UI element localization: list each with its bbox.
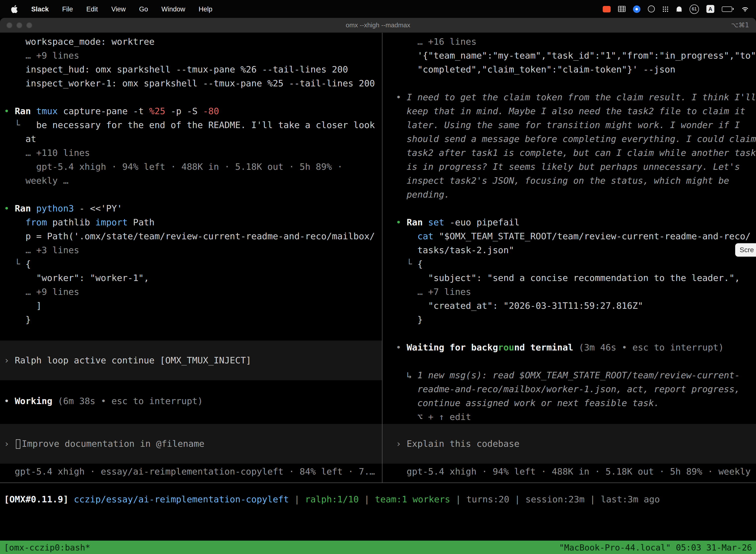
menu-bar-status: 61 A xyxy=(603,4,756,14)
close-button[interactable] xyxy=(6,22,12,28)
grid-icon[interactable] xyxy=(618,6,626,12)
right-input-line-wrap: › Explain this codebase xyxy=(396,437,520,451)
battery-percentage-badge[interactable]: 61 xyxy=(690,4,699,14)
terminal-line: › Ralph loop active continue [OMX_TMUX_I… xyxy=(4,353,251,367)
terminal-line: "created_at": "2026-03-31T11:59:27.816Z" xyxy=(396,299,756,313)
spacer xyxy=(4,408,382,424)
terminal-line: gpt-5.4 xhigh · 94% left · 488K in · 5.1… xyxy=(4,160,382,174)
terminal-line: ↳ 1 new msg(s): read $OMX_TEAM_STATE_ROO… xyxy=(396,368,756,382)
terminal-line: should send a message before completing … xyxy=(396,132,756,146)
terminal-line: '{"team_name":"my-team","task_id":"1","f… xyxy=(396,49,756,63)
menu-window[interactable]: Window xyxy=(162,5,185,13)
terminal-line: continue assigned work or next feasible … xyxy=(396,396,756,410)
terminal-line: cat "$OMX_TEAM_STATE_ROOT/team/review-cu… xyxy=(396,229,756,243)
menu-file[interactable]: File xyxy=(62,5,73,13)
terminal-line: keep that in mind. Maybe I also need the… xyxy=(396,104,756,118)
right-input-band[interactable]: › Explain this codebase xyxy=(382,424,756,464)
text-cursor xyxy=(16,439,20,449)
right-pane[interactable]: … +16 lines '{"team_name":"my-team","tas… xyxy=(382,33,756,483)
menu-view[interactable]: View xyxy=(111,5,126,13)
terminal-line: tasks/task-2.json" xyxy=(396,243,756,257)
desktop: Slack FileEditViewGoWindowHelp 61 A xyxy=(0,0,756,554)
tmux-host-time: "MacBook-Pro-44.local" 05:03 31-Mar-26 xyxy=(559,542,752,552)
terminal-line: pending. xyxy=(396,188,756,202)
terminal-line: ⌥ + ↑ edit xyxy=(396,410,756,424)
window-title: omx --xhigh --madmax xyxy=(0,18,756,33)
menu-go[interactable]: Go xyxy=(139,5,148,13)
spacer xyxy=(4,327,382,340)
terminal-line xyxy=(396,76,756,90)
screen-recording-stop-icon[interactable] xyxy=(603,6,611,12)
left-input-line: › Improve documentation in @filename xyxy=(4,437,204,451)
terminal-line: gpt-5.4 xhigh · essay/ai-reimplementatio… xyxy=(4,465,382,479)
tmux-session-name: [omx-cczip0:bash* xyxy=(4,542,90,552)
terminal-line: "completed","claim_token":"claim-token"}… xyxy=(396,63,756,76)
terminal-line: weekly … xyxy=(4,174,382,188)
terminal: workspace_mode: worktree … +9 lines insp… xyxy=(0,33,756,483)
terminal-line xyxy=(396,327,756,340)
terminal-line: "subject": "send a concise recommendatio… xyxy=(396,271,756,285)
window-title-bar[interactable]: omx --xhigh --madmax ⌥⌘1 xyxy=(0,18,756,33)
terminal-line: } xyxy=(4,313,382,327)
dots-grid-icon[interactable] xyxy=(662,6,669,12)
terminal-line: … +16 lines xyxy=(396,35,756,49)
menu-bar-left: Slack FileEditViewGoWindowHelp xyxy=(0,5,212,13)
active-app-name[interactable]: Slack xyxy=(31,5,49,13)
right-session-footer: gpt-5.4 xhigh · 94% left · 488K in · 5.1… xyxy=(396,465,756,479)
minimize-button[interactable] xyxy=(16,22,22,28)
terminal-line: └ be necessary for the end of the README… xyxy=(4,118,382,132)
spacer xyxy=(4,380,382,394)
left-input-band[interactable]: › Improve documentation in @filename xyxy=(0,424,382,464)
terminal-line: … +7 lines xyxy=(396,285,756,299)
terminal-line: └ { xyxy=(396,257,756,271)
circle-icon[interactable] xyxy=(648,5,655,12)
battery-icon[interactable] xyxy=(722,6,734,12)
left-pane-output: workspace_mode: worktree … +9 lines insp… xyxy=(4,35,382,327)
prompt-chevron: › xyxy=(4,438,15,449)
terminal-line xyxy=(4,90,382,104)
terminal-line: ] xyxy=(4,299,382,313)
terminal-line: └ { xyxy=(4,257,382,271)
terminal-line: [OMX#0.11.9] cczip/essay/ai-reimplementa… xyxy=(4,492,660,506)
omx-status-line: [OMX#0.11.9] cczip/essay/ai-reimplementa… xyxy=(4,484,660,506)
terminal-line: • Ran tmux capture-pane -t %25 -p -S -80 xyxy=(4,104,382,118)
left-working-status: • Working (6m 38s • esc to interrupt) xyxy=(4,394,382,408)
terminal-line: p = Path('.omx/state/team/review-current… xyxy=(4,229,382,243)
terminal-line: … +9 lines xyxy=(4,49,382,63)
terminal-line: • Ran python3 - <<'PY' xyxy=(4,202,382,215)
zoom-button[interactable] xyxy=(26,22,32,28)
terminal-line: } xyxy=(396,313,756,327)
left-session-footer: gpt-5.4 xhigh · essay/ai-reimplementatio… xyxy=(4,465,382,479)
window-shortcut-hint: ⌥⌘1 xyxy=(731,18,749,33)
menu-edit[interactable]: Edit xyxy=(86,5,98,13)
wifi-icon[interactable] xyxy=(741,6,749,12)
screenshot-popup[interactable]: Scre xyxy=(735,243,756,257)
left-inject-band[interactable]: › Ralph loop active continue [OMX_TMUX_I… xyxy=(0,340,382,380)
terminal-line: workspace_mode: worktree xyxy=(4,35,382,49)
menu-help[interactable]: Help xyxy=(199,5,212,13)
ghost-icon[interactable] xyxy=(676,6,682,12)
terminal-line: inspect task2's JSON, focusing on the st… xyxy=(396,174,756,188)
blue-dot-icon[interactable] xyxy=(633,5,640,13)
terminal-line: gpt-5.4 xhigh · 94% left · 488K in · 5.1… xyxy=(396,465,756,479)
terminal-line: task2 after task1 is complete, but can I… xyxy=(396,146,756,160)
terminal-line: • I need to get the claim token from the… xyxy=(396,90,756,104)
terminal-line xyxy=(396,354,756,368)
left-pane[interactable]: workspace_mode: worktree … +9 lines insp… xyxy=(0,33,382,483)
terminal-line: from pathlib import Path xyxy=(4,215,382,229)
terminal-line: … +9 lines xyxy=(4,285,382,299)
menu-bar: Slack FileEditViewGoWindowHelp 61 A xyxy=(0,0,756,18)
terminal-line: is in progress? It seems likely but perh… xyxy=(396,160,756,174)
input-source-icon[interactable]: A xyxy=(706,5,714,13)
terminal-line: "worker": "worker-1", xyxy=(4,271,382,285)
terminal-line: readme-and-reco/mailbox/worker-1.json, a… xyxy=(396,382,756,396)
terminal-line: › Explain this codebase xyxy=(396,437,520,451)
terminal-line: • Waiting for background terminal (3m 46… xyxy=(396,340,756,354)
terminal-line: … +3 lines xyxy=(4,243,382,257)
apple-menu-icon[interactable] xyxy=(11,5,18,13)
terminal-line xyxy=(396,202,756,215)
tmux-status-bar: [omx-cczip0:bash* "MacBook-Pro-44.local"… xyxy=(0,541,756,554)
inject-line-wrap: › Ralph loop active continue [OMX_TMUX_I… xyxy=(4,353,251,367)
terminal-line: at xyxy=(4,132,382,146)
terminal-line: • Working (6m 38s • esc to interrupt) xyxy=(4,394,382,408)
